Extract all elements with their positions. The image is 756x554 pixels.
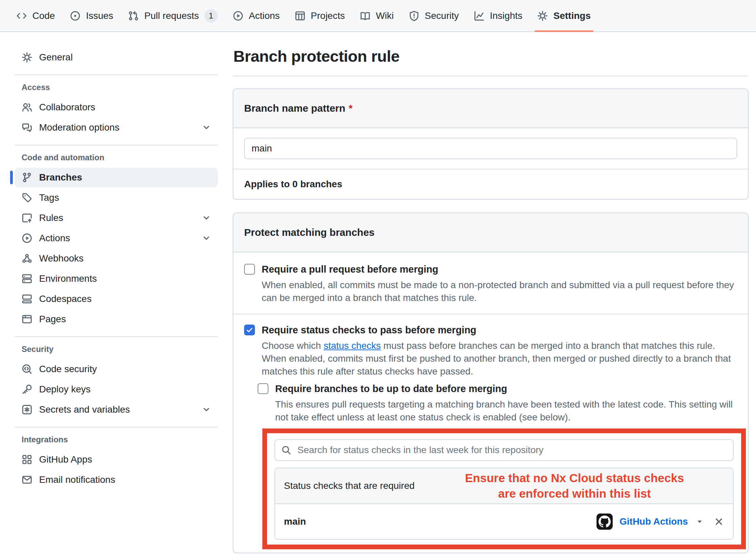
codespaces-icon xyxy=(22,294,32,304)
sidebar-item-label: Environments xyxy=(39,273,97,284)
branch-name-pattern-input[interactable] xyxy=(244,138,737,159)
sidebar-item-label: Tags xyxy=(39,192,59,203)
annotation-highlight-box: Status checks that are required Ensure t… xyxy=(262,428,746,549)
sidebar-item-email-notifications[interactable]: Email notifications xyxy=(15,470,218,490)
require-up-to-date-section: Require branches to be up to date before… xyxy=(258,382,737,549)
status-checks-link[interactable]: status checks xyxy=(324,340,381,351)
repo-tab-nav: Code Issues Pull requests1 Actions Proje… xyxy=(0,0,756,32)
gear-icon xyxy=(537,10,548,21)
require-status-checks-description: Choose which status checks must pass bef… xyxy=(262,339,737,378)
tab-issues[interactable]: Issues xyxy=(62,0,121,31)
server-icon xyxy=(22,273,32,284)
webhook-icon xyxy=(22,253,32,264)
status-check-row-main: main GitHub Actions xyxy=(275,504,733,539)
sidebar-item-rules[interactable]: Rules xyxy=(15,208,218,228)
sidebar-item-environments[interactable]: Environments xyxy=(15,269,218,288)
require-status-checks-label: Require status checks to pass before mer… xyxy=(262,323,476,337)
chevron-down-icon xyxy=(202,233,211,243)
tab-pull-requests[interactable]: Pull requests1 xyxy=(121,0,225,31)
status-check-name: main xyxy=(284,516,306,527)
require-pr-checkbox[interactable] xyxy=(244,264,255,275)
sidebar-item-label: Deploy keys xyxy=(39,384,91,395)
required-status-checks-title: Status checks that are required xyxy=(284,480,415,491)
tab-label: Code xyxy=(32,10,55,21)
sidebar-item-label: Collaborators xyxy=(39,102,95,113)
check-icon xyxy=(245,326,254,334)
require-up-to-date-checkbox[interactable] xyxy=(258,383,268,394)
project-icon xyxy=(295,10,306,21)
sidebar-item-branches[interactable]: Branches xyxy=(15,168,218,187)
github-actions-link[interactable]: GitHub Actions xyxy=(619,516,688,527)
mail-icon xyxy=(22,474,32,485)
tab-label: Settings xyxy=(553,10,590,21)
issue-icon xyxy=(70,10,81,21)
sidebar-item-collaborators[interactable]: Collaborators xyxy=(15,98,218,117)
tab-actions[interactable]: Actions xyxy=(225,0,287,31)
required-status-checks-box: Status checks that are required Ensure t… xyxy=(274,468,734,540)
protect-matching-branches-card: Protect matching branches Require a pull… xyxy=(233,213,749,553)
sidebar-item-webhooks[interactable]: Webhooks xyxy=(15,249,218,268)
sidebar-item-code-security[interactable]: Code security xyxy=(15,359,218,379)
divider xyxy=(233,76,749,76)
chevron-down-icon xyxy=(202,405,211,414)
require-pr-description: When enabled, all commits must be made t… xyxy=(262,279,737,304)
tab-security[interactable]: Security xyxy=(401,0,466,31)
annotation-line-1: Ensure that no Nx Cloud status checks xyxy=(465,471,684,484)
apps-icon xyxy=(22,454,32,465)
sidebar-item-label: Rules xyxy=(39,213,63,223)
require-status-checks-checkbox[interactable] xyxy=(244,325,255,335)
tab-label: Issues xyxy=(86,10,113,21)
annotation-line-2: are enforced within this list xyxy=(498,487,651,500)
browser-icon xyxy=(22,314,32,325)
sidebar-section-security: Security xyxy=(22,344,218,354)
play-icon xyxy=(22,233,32,244)
caret-down-icon[interactable] xyxy=(695,517,704,526)
settings-sidebar: General Access Collaborators Moderation … xyxy=(0,32,223,554)
github-actions-avatar xyxy=(597,514,613,530)
sidebar-section-access: Access xyxy=(22,83,218,92)
branch-name-input-section xyxy=(233,128,748,169)
remove-status-check-icon[interactable] xyxy=(714,516,724,527)
tab-label: Wiki xyxy=(376,10,394,21)
sidebar-item-label: Secrets and variables xyxy=(39,404,130,415)
tab-insights[interactable]: Insights xyxy=(466,0,530,31)
tab-settings[interactable]: Settings xyxy=(530,0,598,31)
tab-wiki[interactable]: Wiki xyxy=(352,0,401,31)
sidebar-item-codespaces[interactable]: Codespaces xyxy=(15,289,218,309)
chevron-down-icon xyxy=(202,123,211,132)
sidebar-item-label: Moderation options xyxy=(39,122,119,133)
sidebar-item-general[interactable]: General xyxy=(15,48,218,67)
git-branch-icon xyxy=(22,172,32,183)
sidebar-item-deploy-keys[interactable]: Deploy keys xyxy=(15,380,218,399)
sidebar-item-label: Email notifications xyxy=(39,474,115,485)
branch-name-pattern-card: Branch name pattern* Applies to 0 branch… xyxy=(233,88,749,200)
asterisk-box-icon xyxy=(22,404,32,415)
branch-name-pattern-label: Branch name pattern xyxy=(244,103,345,114)
tab-label: Actions xyxy=(249,10,280,21)
sidebar-item-secrets-variables[interactable]: Secrets and variables xyxy=(15,400,218,419)
divider xyxy=(15,75,218,75)
sidebar-item-actions[interactable]: Actions xyxy=(15,228,218,248)
divider xyxy=(15,145,218,145)
graph-icon xyxy=(474,10,485,21)
tab-label: Pull requests xyxy=(144,10,199,21)
status-checks-search-input[interactable] xyxy=(274,439,734,461)
sidebar-item-tags[interactable]: Tags xyxy=(15,188,218,207)
chevron-down-icon xyxy=(202,213,211,223)
pull-request-icon xyxy=(128,10,139,21)
sidebar-item-moderation-options[interactable]: Moderation options xyxy=(15,118,218,137)
annotation-text: Ensure that no Nx Cloud status checks ar… xyxy=(415,470,724,501)
tab-projects[interactable]: Projects xyxy=(287,0,352,31)
require-pr-label: Require a pull request before merging xyxy=(262,262,438,276)
description-text: Choose which xyxy=(262,340,324,351)
comment-discussion-icon xyxy=(22,122,32,133)
codescan-icon xyxy=(22,364,32,375)
protect-matching-branches-header: Protect matching branches xyxy=(233,213,748,252)
sidebar-item-pages[interactable]: Pages xyxy=(15,309,218,329)
branch-name-pattern-header: Branch name pattern* xyxy=(233,89,748,128)
divider xyxy=(15,427,218,427)
tab-code[interactable]: Code xyxy=(9,0,62,31)
key-icon xyxy=(22,384,32,395)
sidebar-item-github-apps[interactable]: GitHub Apps xyxy=(15,450,218,469)
divider xyxy=(15,336,218,337)
